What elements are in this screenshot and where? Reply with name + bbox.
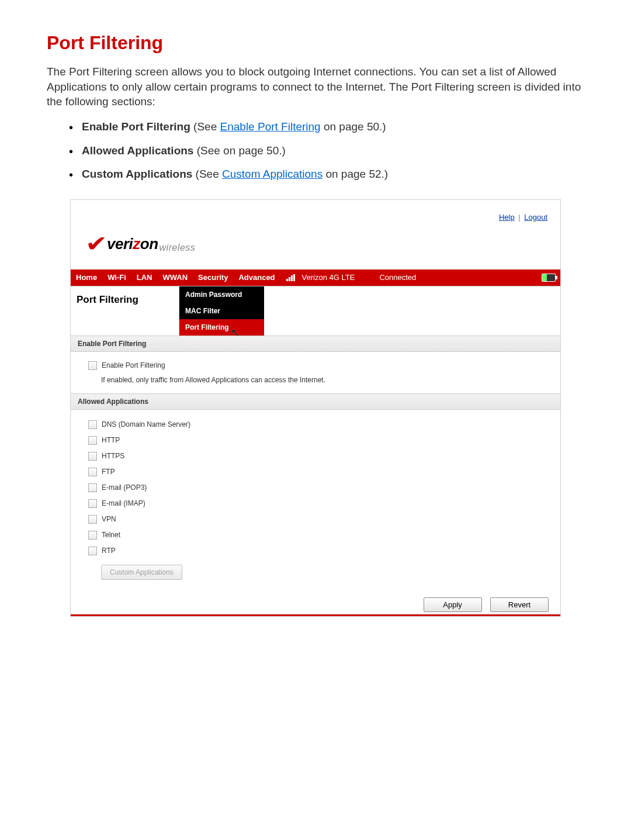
section-header-enable: Enable Port Filtering [71, 336, 560, 352]
toc-bold: Enable Port Filtering [82, 120, 190, 133]
enable-port-filtering-label: Enable Port Filtering [102, 361, 165, 369]
toc-bold: Custom Applications [82, 168, 192, 180]
help-link[interactable]: Help [499, 213, 515, 222]
toc-link-custom[interactable]: Custom Applications [222, 168, 323, 180]
app-label: RTP [102, 547, 116, 555]
section-header-allowed: Allowed Applications [71, 393, 560, 410]
content-title: Port Filtering [71, 286, 179, 313]
nav-security[interactable]: Security [193, 269, 233, 286]
nav-home[interactable]: Home [71, 269, 102, 286]
toc-bold: Allowed Applications [82, 144, 193, 157]
app-checkbox-dns[interactable] [88, 420, 97, 429]
footer-accent [71, 614, 560, 616]
app-label: Telnet [102, 531, 120, 539]
app-label: HTTPS [102, 452, 124, 460]
toc-link-enable[interactable]: Enable Port Filtering [220, 120, 321, 133]
signal-icon [286, 274, 295, 281]
app-checkbox-pop3[interactable] [88, 483, 97, 492]
verizon-logo: ✔ verizon wireless [87, 224, 547, 253]
network-label: Verizon 4G LTE [299, 269, 359, 286]
nav-wwan[interactable]: WWAN [158, 269, 193, 286]
app-checkbox-vpn[interactable] [88, 515, 97, 524]
app-checkbox-imap[interactable] [88, 499, 97, 508]
nav-wifi[interactable]: Wi-Fi [102, 269, 131, 286]
app-checkbox-ftp[interactable] [88, 468, 97, 476]
security-submenu: Admin Password MAC Filter Port Filtering [179, 286, 264, 336]
page-title: Port Filtering [47, 32, 584, 54]
toc-item-enable: Enable Port Filtering (See Enable Port F… [82, 120, 584, 134]
app-label: HTTP [102, 436, 120, 444]
toc-item-custom: Custom Applications (See Custom Applicat… [82, 167, 584, 182]
enable-hint: If enabled, only traffic from Allowed Ap… [101, 376, 549, 384]
submenu-admin-password[interactable]: Admin Password [179, 286, 264, 303]
logo-check-icon: ✔ [85, 237, 108, 251]
app-label: DNS (Domain Name Server) [102, 420, 190, 428]
app-checkbox-telnet[interactable] [88, 531, 97, 540]
router-ui-screenshot: Help | Logout ✔ verizon wireless Home Wi… [70, 199, 561, 617]
submenu-mac-filter[interactable]: MAC Filter [179, 303, 264, 319]
nav-advanced[interactable]: Advanced [233, 269, 280, 286]
connection-status: Connected [376, 269, 419, 286]
revert-button[interactable]: Revert [490, 597, 549, 612]
app-label: E-mail (POP3) [102, 483, 147, 492]
nav-lan[interactable]: LAN [131, 269, 158, 286]
enable-port-filtering-checkbox[interactable] [88, 361, 97, 370]
intro-paragraph: The Port Filtering screen allows you to … [47, 64, 584, 109]
separator: | [516, 213, 523, 222]
apply-button[interactable]: Apply [424, 597, 482, 612]
app-label: FTP [102, 468, 115, 476]
logout-link[interactable]: Logout [524, 213, 547, 222]
app-checkbox-http[interactable] [88, 436, 97, 445]
battery-icon [542, 274, 556, 282]
submenu-port-filtering[interactable]: Port Filtering [179, 319, 264, 336]
custom-applications-button[interactable]: Custom Applications [101, 565, 182, 580]
app-label: E-mail (IMAP) [102, 499, 145, 507]
toc-item-allowed: Allowed Applications (See on page 50.) [82, 144, 584, 158]
app-label: VPN [102, 515, 116, 523]
main-nav: Home Wi-Fi LAN WWAN Security Advanced Ve… [71, 269, 560, 286]
toc-list: Enable Port Filtering (See Enable Port F… [47, 120, 584, 182]
app-checkbox-rtp[interactable] [88, 547, 97, 555]
app-checkbox-https[interactable] [88, 452, 97, 461]
